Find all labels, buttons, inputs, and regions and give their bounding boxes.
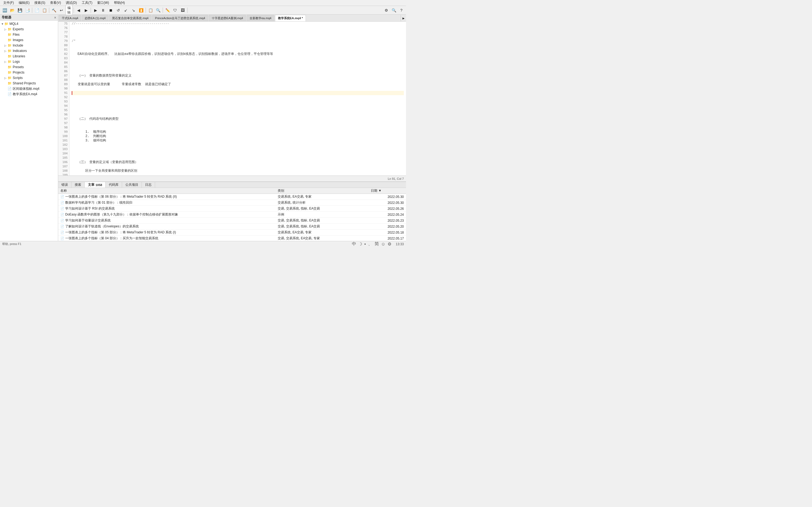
menu-file[interactable]: 文件(F) [1,0,16,6]
status-icon-gear: ⚙ [388,241,391,246]
line-num-104: 104 [58,152,69,156]
toolbar-back[interactable]: ◀ [75,7,82,14]
toolbar-view2[interactable]: 📋 [41,7,48,14]
tree-item-files[interactable]: 📁 Files [0,32,58,37]
toolbar-search[interactable]: 🔍 [155,7,162,14]
toolbar-stepinto[interactable]: ↙ [122,7,130,14]
tree-item-mql4[interactable]: ▼ 📁 MQL4 [0,21,58,26]
toolbar-image[interactable]: 🖼 [179,7,186,14]
code-line-80 [72,43,404,48]
toolbar-stepover[interactable]: ↘ [130,7,137,14]
navigator-tree: ▼ 📁 MQL4 ▷ 📁 Experts 📁 Files 📁 Images ▷ [0,20,58,241]
sep6 [163,8,163,13]
line-num-98: 98 [58,125,69,130]
toolbar-pen[interactable]: ✏️ [164,7,171,14]
bottom-tab-errors[interactable]: 错误 [58,182,71,188]
toolbar-view1[interactable]: 📄 [33,7,40,14]
navigator-close-button[interactable]: × [54,15,56,20]
code-area[interactable]: //--------------------------------------… [69,22,406,175]
bottom-tab-search[interactable]: 搜索 [71,182,85,188]
menu-edit[interactable]: 编辑(E) [16,0,32,6]
statusbar-right: 中 ☽ • 、 简 ☺ ⚙ 13:33 [352,241,404,247]
bottom-tab-codebase[interactable]: 代码库 [106,182,122,188]
tab-quanxin[interactable]: 全新教学ea.mq4 [247,15,274,21]
menu-tools[interactable]: 工具(T) [80,0,95,6]
menu-view[interactable]: 查看(V) [48,0,63,6]
toolbar-stepout[interactable]: ⏫ [138,7,145,14]
tab-scroll-right[interactable]: ▶ [401,15,406,21]
status-icon-moon: ☽ [358,241,362,246]
toolbar-save[interactable]: 💾 [16,7,23,14]
toolbar-stop[interactable]: ⏹ [107,7,114,14]
tree-item-logs[interactable]: ▷ 📁 Logs [0,59,58,64]
line-num-101: 101 [58,138,69,143]
tab-qushi[interactable]: 趋势EA (1).mq4 [82,15,108,21]
editor-area[interactable]: 7576777879808182838485868788899091929394… [58,22,406,181]
tab-ganshi[interactable]: 干式EA.mq4 [59,15,81,21]
table-row[interactable]: 📄一张图表上的多个指标（第 05 部分）：将 MetaTrader 5 转变为 … [58,230,406,235]
tree-label-mql4: MQL4 [9,22,18,26]
toolbar-copy[interactable]: 📋 [147,7,154,14]
folder-icon-shared: 📁 [8,81,12,85]
toolbar-step[interactable]: ↩ [58,7,65,14]
table-row[interactable]: 📄一张图表上的多个指标（第 06 部分）：将 MetaTrader 5 转变为 … [58,194,406,200]
tree-item-images[interactable]: 📁 Images [0,37,58,43]
folder-icon-projects: 📁 [8,70,12,74]
code-line-103 [72,147,404,152]
toolbar-pause[interactable]: ⏸ [100,7,107,14]
toolbar-shield[interactable]: 🛡 [171,7,179,14]
toolbar-settings[interactable]: ⚙ [383,7,390,14]
row-name-0: 📄一张图表上的多个指标（第 06 部分）：将 MetaTrader 5 转变为 … [58,194,275,200]
bottom-tab-public[interactable]: 公共项目 [122,182,142,188]
toolbar-compile[interactable]: 🔨 [50,7,57,14]
toolbar-run[interactable]: ▶ [92,7,99,14]
table-row[interactable]: 📄DoEasy 函数库中的图形（第九十九部分）：依据单个控制点移动扩展图形对象 … [58,212,406,218]
content-layout: 干式EA.mq4 趋势EA (1).mq4 黑石复合挂单交易系统.mq4 Pri… [58,15,406,241]
tree-item-shared-projects[interactable]: 📁 Shared Projects [0,80,58,86]
tree-item-libraries[interactable]: 📁 Libraries [0,54,58,59]
toolbar-search2[interactable]: 🔍 [390,7,397,14]
toolbar-help[interactable]: ? [398,7,405,14]
toolbar-forward[interactable]: ▶ [83,7,90,14]
bottom-scroll-area[interactable]: 名称 类别 日期 ▼ 📄一张图表上的多个指标（第 06 部分）：将 MetaTr… [58,188,406,241]
code-line-99: 1. 顺序结构 [72,130,404,134]
bottom-tab-articles[interactable]: 文章 1058 [85,182,106,188]
table-row[interactable]: 📄一张图表上的多个指标（第 04 部分）：买升为一款智能交易系统 交易, 交易系… [58,235,406,241]
toolbar-label[interactable]: 编辑 [65,7,72,14]
tree-item-include[interactable]: ▷ 📁 Include [0,43,58,48]
table-row[interactable]: 📄了解如何设计基于轨道线（Envelopes）的交易系统 交易, 交易系统, 指… [58,224,406,230]
tree-item-projects[interactable]: 📁 Projects [0,70,58,75]
code-line-96 [72,112,404,117]
code-line-94 [72,104,404,108]
tree-item-jiaoxue[interactable]: 📄 教学系统EA.mq4 [0,92,58,97]
toolbar-new[interactable]: 🆕 [1,7,8,14]
tree-item-experts[interactable]: ▷ 📁 Experts [0,26,58,32]
tree-item-indicators[interactable]: ▷ 📁 Indicators [0,48,58,54]
navigator: 导航器 × ▼ 📁 MQL4 ▷ 📁 Experts 📁 Files [0,15,58,241]
table-row[interactable]: 📄数据科学与机器学习（第 01 部分）：线性回归 交易系统, 统计分析 2022… [58,200,406,206]
tab-shizi[interactable]: 十字星趋势EA案例.mq4 [209,15,246,21]
code-line-90 [72,87,404,91]
code-line-78 [72,35,404,39]
menu-help[interactable]: 帮助(H) [112,0,127,6]
toolbar-saveas[interactable]: 📑 [24,7,31,14]
navigator-title: 导航器 [2,15,11,20]
table-row[interactable]: 📄学习如何基于动量设计交易系统 交易, 交易系统, 指标, EA交易 2022.… [58,218,406,224]
tab-prince[interactable]: PrinceAction去马丁趋势交易系统.mq4 [152,15,208,21]
table-row[interactable]: 📄学习如何设计基于 RSI 的交易系统 交易, 交易系统, 指标, EA交易 2… [58,206,406,212]
tree-label-jiaoxue: 教学系统EA.mq4 [13,92,37,97]
tree-item-qjiangtizhibiao[interactable]: 📄 区间箱体指标.mq4 [0,86,58,92]
toolbar-open[interactable]: 📂 [9,7,16,14]
tree-item-presets[interactable]: 📁 Presets [0,64,58,70]
folder-icon-experts: 📁 [8,27,12,31]
tree-label-presets: Presets [13,65,24,69]
menu-search[interactable]: 搜索(S) [32,0,47,6]
tree-label-shared: Shared Projects [13,81,36,85]
tree-item-scripts[interactable]: ▷ 📁 Scripts [0,75,58,80]
bottom-tab-log[interactable]: 日志 [142,182,155,188]
tab-jiaoxue[interactable]: 教学系统EA.mq4 * [275,15,306,21]
tree-label-experts: Experts [13,27,24,31]
toolbar-restart[interactable]: ↺ [115,7,122,14]
menu-window[interactable]: 窗口(W) [95,0,111,6]
tab-heishi[interactable]: 黑石复合挂单交易系统.mq4 [109,15,151,21]
